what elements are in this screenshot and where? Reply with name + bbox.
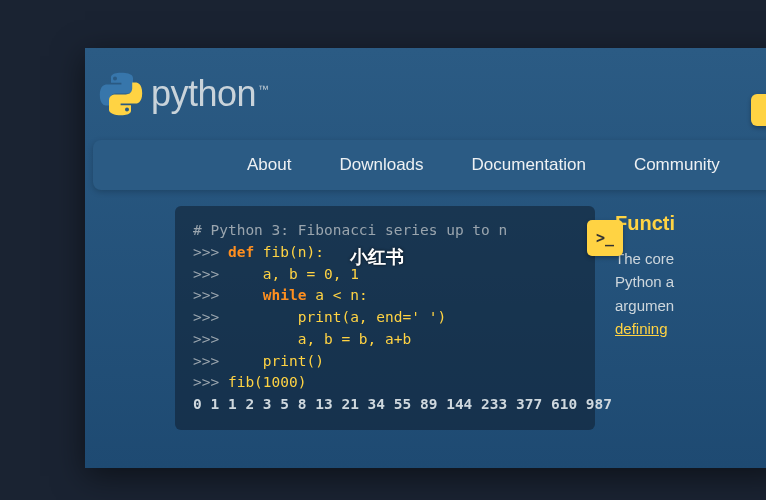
nav-downloads[interactable]: Downloads [315,140,447,190]
feature-link[interactable]: defining [615,320,668,337]
launch-shell-button[interactable]: >_ [587,220,623,256]
nav-about[interactable]: About [223,140,315,190]
feature-title: Functi [615,208,735,239]
code-line: >>> a, b = b, a+b [193,329,577,351]
site-header: python™ D [85,48,766,140]
code-line: >>> print() [193,351,577,373]
code-line: >>> def fib(n): [193,242,577,264]
logo-text: python™ [151,73,269,115]
code-line: >>> fib(1000) [193,372,577,394]
code-output: 0 1 1 2 3 5 8 13 21 34 55 89 144 233 377… [193,394,577,416]
code-line: >>> a, b = 0, 1 [193,264,577,286]
main-nav: About Downloads Documentation Community [93,140,766,190]
page-container: python™ D About Downloads Documentation … [85,48,766,468]
feature-text: argumen [615,294,735,317]
feature-text: The core [615,247,735,270]
code-sample: >_ # Python 3: Fibonacci series up to n … [175,206,595,430]
hero-row: >_ # Python 3: Fibonacci series up to n … [85,190,766,430]
feature-panel: Functi The core Python a argumen definin… [615,206,735,430]
trademark-symbol: ™ [258,83,269,95]
code-line: >>> while a < n: [193,285,577,307]
logo[interactable]: python™ [99,72,269,116]
nav-documentation[interactable]: Documentation [448,140,610,190]
feature-text: Python a [615,270,735,293]
code-line: >>> print(a, end=' ') [193,307,577,329]
nav-community[interactable]: Community [610,140,744,190]
code-comment: # Python 3: Fibonacci series up to n [193,220,577,242]
python-logo-icon [99,72,143,116]
donate-button[interactable]: D [751,94,766,126]
